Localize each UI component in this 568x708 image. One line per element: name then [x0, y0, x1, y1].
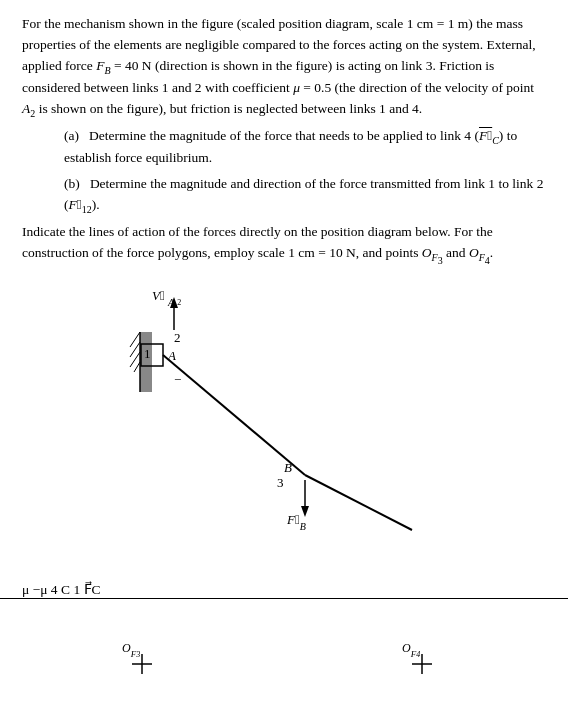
mu-symbol: −μ	[33, 582, 48, 597]
of3-label: OF3	[122, 641, 140, 659]
mechanism-diagram: A 1 2 V⃗ A 2 B 3	[22, 272, 546, 577]
ground-line-right: 1 F⃗C	[73, 582, 100, 597]
diagram-area: A 1 2 V⃗ A 2 B 3	[22, 272, 546, 582]
link4-line	[305, 475, 412, 530]
link4-label-num: 4	[51, 582, 58, 597]
pin-c: 1 F⃗C	[73, 582, 100, 597]
bottom-inner: OF3 OF4	[0, 599, 568, 708]
link2-label: 2	[174, 330, 181, 345]
main-text: For the mechanism shown in the figure (s…	[22, 14, 546, 121]
ground-left	[140, 332, 152, 392]
fc-arrow-line: F⃗C	[84, 582, 101, 597]
bottom-diagram: OF3 OF4	[22, 609, 546, 704]
ground1-label: 1	[73, 582, 80, 597]
link1-label: 1	[144, 346, 151, 361]
pin-c-dot: 1 F⃗C	[73, 582, 100, 597]
qb-text: Determine the magnitude and direction of…	[64, 176, 544, 212]
fb-arrow-head	[301, 506, 309, 517]
para1-text: For the mechanism shown in the figure (s…	[22, 16, 536, 116]
svg-line-3	[134, 362, 140, 372]
question-b: (b) Determine the magnitude and directio…	[36, 174, 546, 217]
of4-label: OF4	[402, 641, 420, 659]
mu-label: −	[174, 372, 181, 387]
para2-text: Indicate the lines of action of the forc…	[22, 222, 546, 268]
link3-line	[163, 355, 305, 475]
point-b-label: B	[284, 460, 292, 475]
bottom-section: OF3 OF4	[0, 598, 568, 708]
fc-arrow-head: F⃗C	[84, 582, 101, 597]
page: For the mechanism shown in the figure (s…	[0, 0, 568, 708]
va2-label: V⃗ A 2	[152, 288, 181, 308]
point-c-label: C	[61, 582, 70, 597]
qa-text: Determine the magnitude of the force tha…	[64, 128, 517, 165]
link3-label: 3	[277, 475, 284, 490]
qa-label: (a)	[64, 128, 86, 143]
fb-label: F⃗B	[286, 512, 306, 532]
question-a: (a) Determine the magnitude of the force…	[36, 126, 546, 169]
qb-label: (b)	[64, 176, 87, 191]
fc-label: F⃗C	[84, 582, 101, 597]
